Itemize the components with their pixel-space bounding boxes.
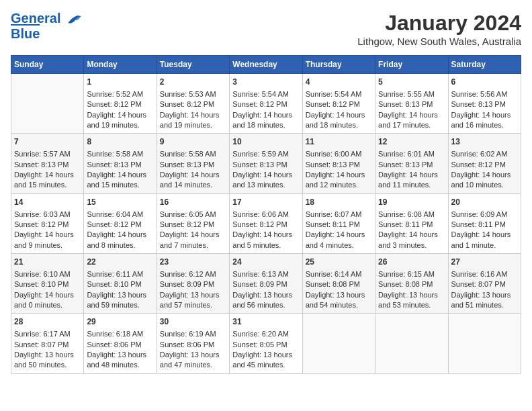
day-number: 18 [306,197,372,208]
day-info-line: Sunrise: 6:05 AM [160,210,226,220]
day-info-line: Sunrise: 6:00 AM [306,149,372,159]
day-info-line: and 8 minutes. [87,240,153,250]
calendar-cell [375,314,448,373]
day-info-line: Sunset: 8:13 PM [87,160,153,170]
day-info-line: Sunrise: 6:03 AM [14,210,81,220]
day-info-line: Daylight: 14 hours [451,110,518,120]
day-info-line: Sunset: 8:06 PM [160,340,226,350]
day-info-line: Daylight: 14 hours [451,170,518,180]
day-header-sunday: Sunday [11,56,84,74]
day-info-line: Daylight: 13 hours [87,350,153,360]
title-block: January 2024 Lithgow, New South Wales, A… [357,11,521,47]
day-number: 10 [232,136,299,148]
day-info-line: Sunset: 8:12 PM [87,220,153,230]
logo-text: General [11,11,82,26]
day-info-line: Sunset: 8:13 PM [14,160,81,170]
day-info-line: and 13 minutes. [232,180,299,190]
calendar-cell: 7Sunrise: 5:57 AMSunset: 8:13 PMDaylight… [11,134,84,193]
day-header-monday: Monday [84,56,157,74]
logo-bird-icon [66,13,82,26]
day-info-line: Sunrise: 6:04 AM [87,210,153,220]
calendar-cell: 29Sunrise: 6:18 AMSunset: 8:06 PMDayligh… [84,314,157,373]
day-info-line: and 9 minutes. [14,240,81,250]
day-info-line: Sunrise: 6:20 AM [232,329,299,339]
calendar-week-row: 7Sunrise: 5:57 AMSunset: 8:13 PMDaylight… [11,134,521,193]
calendar-cell: 21Sunrise: 6:10 AMSunset: 8:10 PMDayligh… [11,254,84,314]
day-info-line: Daylight: 13 hours [160,290,226,300]
day-info-line: Sunrise: 5:52 AM [87,89,153,99]
day-info-line: Sunset: 8:08 PM [306,279,372,289]
calendar-week-row: 28Sunrise: 6:17 AMSunset: 8:07 PMDayligh… [11,314,521,373]
day-number: 21 [14,257,81,268]
day-number: 27 [451,257,518,268]
day-number: 22 [87,257,153,268]
day-info-line: and 19 minutes. [87,120,153,130]
day-info-line: Sunset: 8:12 PM [232,99,299,109]
day-info-line: Sunrise: 5:55 AM [378,89,445,99]
day-info-line: Daylight: 13 hours [14,350,81,360]
day-info-line: Sunrise: 6:08 AM [378,210,445,220]
calendar-cell: 2Sunrise: 5:53 AMSunset: 8:12 PMDaylight… [157,74,229,134]
day-info-line: Daylight: 14 hours [87,230,153,240]
day-number: 15 [87,197,153,208]
day-info-line: Daylight: 13 hours [378,290,445,300]
calendar-cell: 28Sunrise: 6:17 AMSunset: 8:07 PMDayligh… [11,314,84,373]
day-info-line: Sunrise: 6:10 AM [14,269,81,279]
calendar-cell [302,314,375,373]
day-info-line: Sunrise: 6:09 AM [451,210,518,220]
day-info-line: Sunrise: 6:12 AM [160,269,226,279]
calendar-cell: 6Sunrise: 5:56 AMSunset: 8:13 PMDaylight… [448,74,521,134]
day-info-line: and 15 minutes. [14,180,81,190]
day-number: 20 [451,197,518,208]
day-info-line: Daylight: 14 hours [306,230,372,240]
day-info-line: and 53 minutes. [378,300,445,310]
day-info-line: Sunrise: 6:07 AM [306,210,372,220]
calendar-cell: 13Sunrise: 6:02 AMSunset: 8:12 PMDayligh… [448,134,521,193]
day-info-line: Sunrise: 5:54 AM [232,89,299,99]
day-info-line: Sunrise: 6:02 AM [451,149,518,159]
calendar-cell: 20Sunrise: 6:09 AMSunset: 8:11 PMDayligh… [448,193,521,253]
day-info-line: Sunset: 8:11 PM [306,220,372,230]
day-info-line: Sunset: 8:12 PM [160,99,226,109]
day-number: 3 [232,77,299,88]
logo: General Blue [11,11,82,42]
calendar-cell: 24Sunrise: 6:13 AMSunset: 8:09 PMDayligh… [230,254,302,314]
calendar-cell: 1Sunrise: 5:52 AMSunset: 8:12 PMDaylight… [84,74,157,134]
calendar-cell [11,74,84,134]
day-info-line: Daylight: 13 hours [232,350,299,360]
day-number: 17 [232,197,299,208]
day-number: 31 [232,316,299,328]
day-number: 26 [378,257,445,268]
day-info-line: Sunset: 8:12 PM [87,99,153,109]
day-number: 30 [160,316,226,328]
day-info-line: and 4 minutes. [306,240,372,250]
day-info-line: Daylight: 14 hours [160,110,226,120]
calendar-cell: 15Sunrise: 6:04 AMSunset: 8:12 PMDayligh… [84,193,157,253]
day-header-friday: Friday [375,56,448,74]
calendar-week-row: 21Sunrise: 6:10 AMSunset: 8:10 PMDayligh… [11,254,521,314]
day-number: 6 [451,77,518,88]
day-number: 25 [306,257,372,268]
day-info-line: and 56 minutes. [232,300,299,310]
day-info-line: Sunset: 8:13 PM [160,160,226,170]
day-info-line: Sunset: 8:06 PM [87,340,153,350]
calendar-cell: 17Sunrise: 6:06 AMSunset: 8:12 PMDayligh… [230,193,302,253]
day-info-line: Sunrise: 5:58 AM [160,149,226,159]
day-info-line: and 45 minutes. [232,360,299,370]
calendar-cell: 25Sunrise: 6:14 AMSunset: 8:08 PMDayligh… [302,254,375,314]
day-number: 2 [160,77,226,88]
day-info-line: Daylight: 14 hours [378,110,445,120]
day-number: 23 [160,257,226,268]
day-info-line: Sunrise: 6:01 AM [378,149,445,159]
day-info-line: Sunrise: 6:17 AM [14,329,81,339]
day-number: 11 [306,136,372,148]
day-info-line: and 10 minutes. [451,180,518,190]
day-number: 14 [14,197,81,208]
day-info-line: and 11 minutes. [378,180,445,190]
day-header-tuesday: Tuesday [157,56,229,74]
day-header-saturday: Saturday [448,56,521,74]
day-info-line: Daylight: 14 hours [160,170,226,180]
calendar-week-row: 14Sunrise: 6:03 AMSunset: 8:12 PMDayligh… [11,193,521,253]
day-info-line: Daylight: 13 hours [87,290,153,300]
day-info-line: Daylight: 14 hours [378,170,445,180]
